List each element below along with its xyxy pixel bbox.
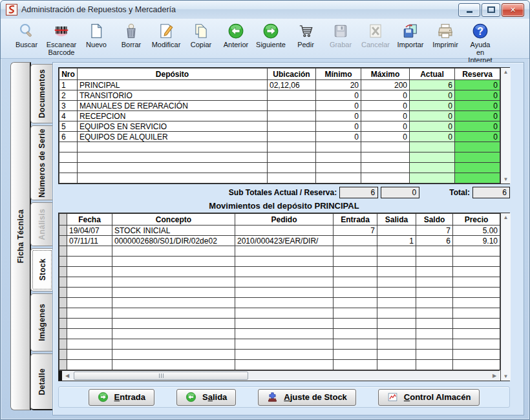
deposit-row[interactable]: 4RECEPCION0000 [59, 111, 500, 121]
deposit-row[interactable]: 2TRANSITORIO0000 [59, 90, 500, 101]
cell: 3 [59, 101, 78, 111]
column-header: Salida [377, 214, 416, 226]
cell [268, 132, 316, 142]
empty-row[interactable] [59, 350, 500, 360]
movements-vertical-scrollbar[interactable]: ▲ ▼ [500, 213, 511, 381]
cell [334, 350, 377, 360]
cell: 02,12,06 [268, 80, 316, 90]
empty-row[interactable] [59, 173, 500, 184]
tab-imagenes[interactable]: Imágenes [30, 293, 52, 352]
scrollbar-thumb[interactable] [74, 372, 248, 380]
deposit-row[interactable]: 3MANUALES DE REPARACIÓN0000 [59, 101, 500, 111]
salida-button[interactable]: Salida [176, 389, 236, 406]
empty-row[interactable] [59, 163, 500, 173]
empty-row[interactable] [59, 246, 500, 257]
empty-row[interactable] [59, 329, 500, 339]
toolbar-button-copiar[interactable]: Copiar [184, 21, 218, 50]
cell [377, 319, 416, 329]
cell [361, 163, 410, 173]
chart-icon [387, 392, 398, 403]
movements-table: FechaConceptoPedidoEntradaSalidaSaldoPre… [59, 213, 500, 370]
cell: 0 [455, 121, 500, 132]
cell: PRINCIPAL [78, 80, 268, 90]
cell [59, 339, 67, 350]
cell [67, 319, 112, 329]
empty-row[interactable] [59, 339, 500, 350]
cell [67, 329, 112, 339]
cell [59, 329, 67, 339]
toolbar-button-pedir[interactable]: Pedir [289, 21, 323, 50]
deposit-row[interactable]: 6EQUIPOS DE ALQUILER0000 [59, 132, 500, 142]
toolbar-button-modificar[interactable]: Modificar [149, 21, 183, 50]
tab-ficha-tecnica[interactable]: Ficha Técnica [10, 62, 31, 410]
cell [112, 246, 235, 257]
scroll-left-icon[interactable]: ◀ [62, 373, 72, 379]
entrada-button[interactable]: Entrada [89, 389, 154, 406]
toolbar-button-buscar[interactable]: Buscar [10, 21, 43, 50]
cell: 4 [59, 111, 78, 121]
tab-label: Detalle [37, 368, 47, 395]
cell [416, 339, 453, 350]
scroll-up-icon[interactable]: ▲ [504, 69, 509, 75]
cell [59, 257, 67, 267]
cell [112, 329, 235, 339]
empty-row[interactable] [59, 308, 500, 319]
empty-row[interactable] [59, 298, 500, 308]
column-header: Actual [410, 68, 455, 80]
cell [112, 277, 235, 288]
empty-row[interactable] [59, 152, 500, 163]
movements-horizontal-scrollbar[interactable]: ◀ ▶ [59, 370, 500, 381]
control-almacen-button[interactable]: Control Almacén [378, 389, 480, 406]
scroll-down-icon[interactable]: ▼ [504, 176, 509, 182]
empty-row[interactable] [59, 360, 500, 370]
minimize-button[interactable] [458, 3, 480, 17]
empty-row[interactable] [59, 277, 500, 288]
tab-detalle[interactable]: Detalle [30, 353, 52, 410]
toolbar-button-nuevo[interactable]: Nuevo [80, 21, 113, 50]
toolbar-button-importar[interactable]: Importar [394, 21, 427, 50]
deposits-vertical-scrollbar[interactable]: ▲ ▼ [500, 68, 511, 184]
movement-row[interactable]: 19/04/07STOCK INICIAL775.00 [59, 226, 500, 236]
toolbar-button-borrar[interactable]: Borrar [114, 21, 148, 50]
cell [78, 173, 268, 184]
cell: 07/11/11 [67, 236, 112, 246]
cell: 7 [416, 226, 453, 236]
cell [235, 319, 334, 329]
cell [268, 142, 316, 152]
empty-row[interactable] [59, 288, 500, 298]
movement-row[interactable]: 07/11/110000002680/S01/DIR/02de022010/00… [59, 236, 500, 246]
scroll-right-icon[interactable]: ▶ [489, 373, 500, 379]
empty-row[interactable] [59, 257, 500, 267]
maximize-button[interactable] [482, 3, 500, 17]
empty-row[interactable] [59, 319, 500, 329]
column-header: Precio [453, 214, 500, 226]
scroll-down-icon[interactable]: ▼ [504, 373, 509, 379]
cell [416, 257, 453, 267]
deposits-table: NroDepósitoUbicaciónMínimoMáximoActualRe… [59, 68, 500, 184]
deposit-row[interactable]: 1PRINCIPAL02,12,062020060 [59, 80, 500, 90]
tab-documentos[interactable]: Documentos [30, 64, 52, 123]
ajuste-de-stock-button[interactable]: Ajuste de Stock [258, 389, 356, 406]
svg-text:?: ? [477, 26, 483, 37]
toolbar-button-escanear-barcode[interactable]: Escanear Barcode [45, 21, 78, 58]
cell [59, 360, 67, 370]
toolbar-button-siguiente[interactable]: Siguiente [254, 21, 288, 50]
empty-row[interactable] [59, 142, 500, 152]
toolbar-button-anterior[interactable]: Anterior [219, 21, 253, 50]
cell [268, 163, 316, 173]
close-button[interactable]: ✕ [502, 3, 524, 17]
title-bar: Administración de Repuestos y Mercadería… [1, 1, 529, 19]
cell [416, 319, 453, 329]
tab-numeros-de-serie[interactable]: Números de Serie [30, 125, 52, 200]
cell [334, 236, 377, 246]
empty-row[interactable] [59, 267, 500, 277]
total-box: 6 [472, 187, 510, 198]
scroll-up-icon[interactable]: ▲ [504, 215, 509, 220]
deposit-row[interactable]: 5EQUIPOS EN SERVICIO0000 [59, 121, 500, 132]
tab-stock[interactable]: Stock [30, 248, 54, 291]
cell [416, 277, 453, 288]
close-icon: ✕ [510, 6, 516, 14]
cell [377, 257, 416, 267]
toolbar-button-imprimir[interactable]: Imprimir [429, 21, 462, 50]
cell: 2 [59, 90, 78, 101]
